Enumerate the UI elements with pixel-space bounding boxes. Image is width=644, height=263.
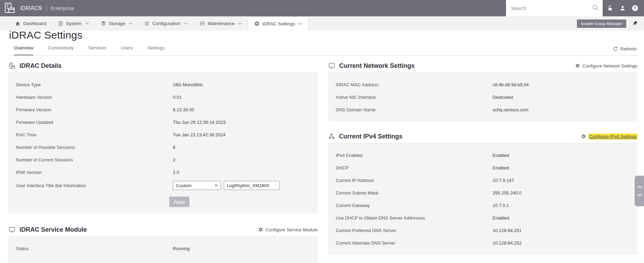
configure-network-settings-link[interactable]: Configure Network Settings [575,63,637,69]
chevron-down-icon [85,22,89,25]
detail-row: RAC Time Tue Jan 23 23:42:38 2024 [8,128,318,141]
nav-right: Enable Group Manager [577,16,644,31]
detail-row: IPv4 Enabled Enabled [328,149,637,161]
refresh-icon [613,46,618,51]
ipv4-settings-header: Current IPv4 Settings Configure IPv4 Set… [328,130,637,143]
row-value: 16G Monolithic [173,82,203,87]
header-icons: ? [606,0,644,16]
titlebar-info-row: User Interface Title Bar Information Cus… [8,178,318,192]
row-label: Current Gateway [336,203,492,208]
tab[interactable]: Settings [148,45,165,56]
gear-icon [575,63,580,68]
pin-icon[interactable] [630,19,639,27]
detail-row: Current IP Address 10.7.9.147 [328,174,637,186]
section-title: iDRAC Service Module [19,226,87,233]
chevron-down-icon [184,22,188,25]
chevron-down-icon [299,23,302,25]
ipv4-rows: IPv4 Enabled Enabled DHCP Enabled Curren… [328,149,637,249]
apply-row: Apply [8,197,318,207]
tab-bar: Overview Connectivity Services Users Set… [14,45,165,56]
storage-icon [101,21,106,26]
tab[interactable]: Users [121,45,133,56]
row-label: Current Preferred DNS Server [336,228,492,233]
row-value: Thu Jun 29 12:39:14 2023 [173,120,226,125]
row-label: Hardware Version [16,95,173,100]
nav-items: Dashboard System [0,16,309,31]
nav-item-idrac-settings[interactable]: iDRAC Settings [248,16,309,31]
titlebar-custom-input[interactable] [224,181,280,190]
detail-row: iDRAC MAC Address c8:4b:d6:9d:e5:04 [328,78,637,91]
nav-item-configuration[interactable]: Configuration [138,16,193,31]
service-module-rows: Status Running [8,242,318,255]
nav-item-storage[interactable]: Storage [95,16,138,31]
chevron-down-icon [129,22,132,25]
scroll-control [635,176,644,206]
refresh-button[interactable]: Refresh [613,46,637,51]
enable-group-manager-button[interactable]: Enable Group Manager [577,19,626,28]
row-value: Tue Jan 23 23:42:38 2024 [173,132,225,137]
row-label: iDRAC MAC Address [336,82,492,87]
chart-frame-icon [199,21,205,26]
idrac-page: iDRAC9 Enterprise [0,0,644,263]
row-value: Enabled [492,165,509,170]
row-value: 0.01 [173,95,181,100]
row-label: Firmware Version [16,107,173,112]
idrac-details-panel: Device Type 16G Monolithic Hardware Vers… [8,73,318,213]
gear-icon [254,21,260,26]
gear-icon [581,134,586,139]
detail-row: Firmware Updated Thu Jun 29 12:39:14 202… [8,116,318,128]
row-label: Use DHCP to Obtain DNS Server Addresses [336,215,492,221]
row-value: 10.7.0.1 [492,203,509,208]
system-icon [58,21,63,26]
lock-icon[interactable] [606,5,613,12]
nav-label: Storage [109,21,125,26]
row-value: Dedicated [492,95,513,100]
detail-row: IPMI Version 2.0 [8,166,318,178]
tab[interactable]: Services [88,45,106,56]
chevron-down-icon [238,22,242,25]
row-value: 2.0 [173,170,179,175]
tabs-divider [8,55,637,56]
nav-item-system[interactable]: System [52,16,95,31]
apply-button[interactable]: Apply [169,197,189,207]
monitor-icon [328,62,335,70]
right-column: Current Network Settings Configure Netwo… [328,59,637,255]
row-label: RAC Time [16,132,173,137]
titlebar-mode-select[interactable]: Custom [173,181,221,190]
row-value: Enabled [492,153,509,158]
search-input[interactable] [506,6,592,11]
detail-row: DHCP Enabled [328,161,637,174]
idrac-details-header: iDRAC Details [8,59,318,72]
section-title: Current IPv4 Settings [339,133,402,140]
scroll-up-icon[interactable] [637,185,642,189]
row-value: Running [173,246,189,251]
nav-item-maintenance[interactable]: Maintenance [194,16,248,31]
detail-row: Use DHCP to Obtain DNS Server Addresses … [328,212,637,224]
tab[interactable]: Connectivity [48,45,74,56]
help-icon[interactable]: ? [631,5,638,12]
nav-item-dashboard[interactable]: Dashboard [9,16,52,31]
nav-label: System [66,21,82,26]
configure-ipv4-settings-link[interactable]: Configure IPv4 Settings [581,134,637,140]
nav-label: iDRAC Settings [262,21,295,26]
configure-service-module-link[interactable]: Configure Service Module [258,227,318,232]
row-label: DHCP [336,165,492,170]
detail-row: DNS Domain Name schq.secious.com [328,103,637,116]
left-column: iDRAC Details Device Type 16G Monolithic… [8,59,318,263]
brand: iDRAC9 Enterprise [0,2,74,15]
search-box [506,0,603,16]
row-label: Status [16,246,173,251]
user-icon[interactable] [619,5,626,12]
server-icon [8,62,16,70]
network-rows: iDRAC MAC Address c8:4b:d6:9d:e5:04 Acti… [328,78,637,116]
network-settings-header: Current Network Settings Configure Netwo… [328,59,637,72]
detail-row: Device Type 16G Monolithic [8,78,318,91]
row-label: Number of Possible Sessions [16,145,173,150]
sitemap-icon [328,133,335,140]
tab[interactable]: Overview [14,45,33,56]
row-value: 10.7.9.147 [492,178,514,183]
scroll-down-icon[interactable] [637,193,642,197]
monitor-icon [8,226,16,233]
network-settings-panel: iDRAC MAC Address c8:4b:d6:9d:e5:04 Acti… [328,73,637,121]
search-icon[interactable] [592,5,598,12]
